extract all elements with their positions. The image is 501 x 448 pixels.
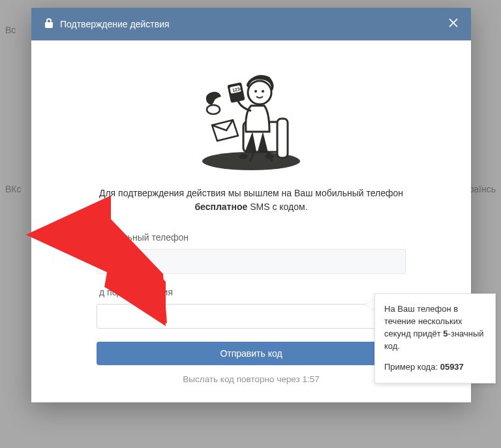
- phone-label: Мобильный телефон: [97, 232, 406, 243]
- svg-point-10: [207, 105, 220, 114]
- illustration: 1234: [192, 60, 310, 171]
- background-footer: ВКс: [5, 184, 22, 194]
- svg-rect-4: [277, 119, 288, 158]
- tooltip-pointer: [365, 299, 374, 310]
- code-label: д подтверждения: [97, 287, 406, 297]
- phone-field-group: Мобильный телефон +3 55: [97, 232, 406, 274]
- code-input[interactable]: [97, 304, 406, 329]
- tooltip: На Ваш телефон в течение нескольких секу…: [374, 293, 496, 383]
- svg-point-12: [265, 154, 274, 159]
- background-text: Вс: [5, 25, 16, 35]
- svg-point-5: [248, 81, 271, 104]
- resend-countdown: Выслать код повторно через 1:57: [97, 374, 406, 384]
- svg-point-7: [262, 90, 264, 93]
- modal-header: Подтверждение действия: [31, 8, 471, 40]
- submit-button[interactable]: Отправить код: [97, 342, 406, 365]
- svg-point-6: [254, 90, 257, 93]
- phone-display: +3 55: [97, 249, 406, 274]
- code-field-group: д подтверждения: [97, 287, 406, 329]
- modal-title: Подтверждение действия: [60, 19, 170, 29]
- close-icon[interactable]: [449, 18, 458, 30]
- instruction-text: Для подтверждения действия мы вышлем на …: [97, 187, 406, 214]
- svg-point-11: [239, 154, 248, 159]
- lock-icon: [44, 18, 53, 31]
- modal-header-left: Подтверждение действия: [44, 18, 170, 31]
